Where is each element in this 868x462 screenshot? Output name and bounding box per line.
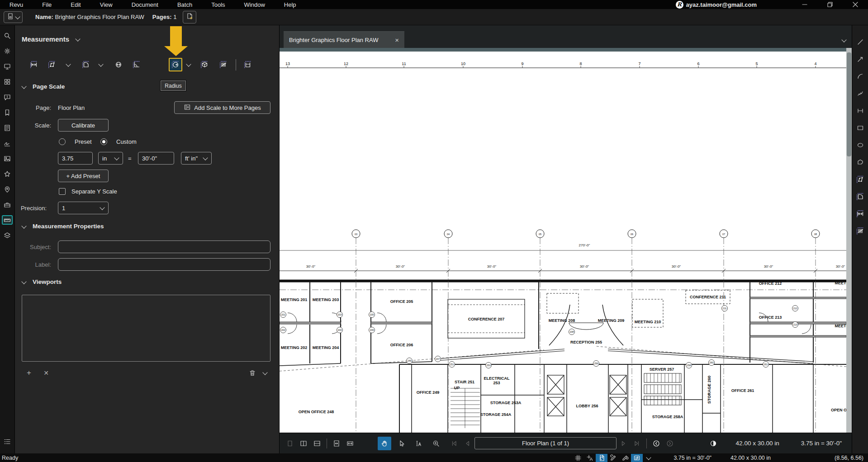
label-input[interactable] [58,258,270,271]
places-panel-icon[interactable] [2,184,13,194]
previous-view-icon[interactable] [650,437,663,450]
perimeter-measure-icon[interactable] [855,174,866,184]
custom-radio-label[interactable]: Custom [116,138,137,145]
forms-panel-icon[interactable] [2,123,13,132]
panel-title-chevron-icon[interactable] [76,37,80,42]
menu-revu[interactable]: Revu [0,0,33,9]
arrow-tool-icon[interactable] [855,54,866,64]
viewports-list[interactable] [22,295,270,362]
next-view-icon[interactable] [663,437,677,450]
next-page-icon[interactable] [617,437,630,450]
tab-close-icon[interactable]: × [395,36,399,44]
snap-to-markup-icon[interactable] [607,454,619,462]
minimize-button[interactable] [792,0,817,9]
floor-plan-canvas[interactable]: 13121110987654270'-0"03040506070830'-0"3… [280,48,852,433]
polylength-tool[interactable] [45,58,59,71]
subject-input[interactable] [58,240,270,253]
unit-x-select[interactable]: in [98,152,123,165]
cutout-tool[interactable] [241,58,255,71]
add-scale-to-more-pages-button[interactable]: Add Scale to More Pages [174,101,270,114]
separate-y-scale-label[interactable]: Separate Y Scale [71,188,117,195]
length-measure-icon[interactable] [855,209,866,218]
calibrate-button[interactable]: Calibrate [58,119,109,132]
restore-button[interactable] [817,0,843,9]
menu-document[interactable]: Document [122,0,168,9]
area-measure-icon[interactable] [855,192,866,201]
menu-tools[interactable]: Tools [202,0,234,9]
add-viewport-button[interactable]: + [24,368,34,378]
spaces-panel-icon[interactable] [2,169,13,179]
polyline-tool-icon[interactable] [855,89,866,98]
volume-tool[interactable] [198,58,211,71]
contrast-icon[interactable] [707,437,720,450]
split-vertical-icon[interactable] [297,437,310,450]
menu-edit[interactable]: Edit [61,0,90,9]
menu-view[interactable]: View [90,0,122,9]
split-horizontal-icon[interactable] [310,437,324,450]
menu-file[interactable]: File [33,0,61,9]
pan-tool-icon[interactable] [378,437,391,450]
menu-window[interactable]: Window [235,0,275,9]
studio-panel-icon[interactable] [2,61,13,71]
scrollbar-thumb[interactable] [847,52,851,156]
account-button[interactable]: R ayaz.taimoor@gmail.com [676,1,757,9]
arc-tool-icon[interactable] [855,71,866,81]
fit-page-icon[interactable] [330,437,343,450]
rectangle-tool-icon[interactable] [855,123,866,132]
single-page-view-icon[interactable] [283,437,297,450]
footer-chevron-icon[interactable] [260,368,270,378]
page-navigation-box[interactable]: Floor Plan (1 of 1) [474,437,617,449]
count-tool[interactable] [217,58,230,71]
layers-panel-icon[interactable] [2,231,13,240]
zoom-tool-icon[interactable] [429,437,443,450]
measurement-properties-section-header[interactable]: Measurement Properties [22,223,104,230]
dimension-tool-icon[interactable] [855,106,866,115]
document-type-dropdown[interactable] [4,11,23,23]
diameter-tool[interactable] [112,58,125,71]
separate-y-scale-checkbox[interactable] [59,188,66,195]
signatures-panel-icon[interactable] [2,138,13,148]
markup-chat-panel-icon[interactable] [2,92,13,102]
search-panel-icon[interactable] [2,31,13,40]
ellipse-tool-icon[interactable] [855,140,866,150]
radius-chevron-icon[interactable] [186,62,191,68]
thumbnails-panel-icon[interactable] [2,77,13,86]
area-chevron-icon[interactable] [98,62,104,68]
settings-panel-icon[interactable] [2,46,13,56]
first-page-icon[interactable] [447,437,461,450]
polylength-chevron-icon[interactable] [66,62,71,68]
scale-y-input[interactable]: 30'-0" [138,152,174,165]
fit-width-icon[interactable] [343,437,357,450]
vertical-scrollbar[interactable] [846,48,852,433]
snap-to-hatch-icon[interactable] [619,454,631,462]
measurements-panel-icon[interactable] [2,215,13,225]
precision-select[interactable]: 1 [58,202,109,214]
reuse-markup-icon[interactable] [631,454,643,462]
bookmarks-panel-icon[interactable] [2,108,13,117]
preset-radio[interactable] [59,138,66,145]
page-scale-section-header[interactable]: Page Scale [22,83,65,90]
menu-help[interactable]: Help [275,0,306,9]
viewports-section-header[interactable]: Viewports [22,278,62,285]
status-chevron-icon[interactable] [643,454,655,462]
media-panel-icon[interactable] [2,154,13,163]
area-tool[interactable] [79,58,93,71]
delete-icon[interactable] [247,368,257,378]
unit-y-select[interactable]: ft' in" [181,152,212,165]
previous-page-icon[interactable] [461,437,474,450]
preset-radio-label[interactable]: Preset [75,138,92,145]
angle-tool[interactable] [130,58,143,71]
close-button[interactable] [843,0,868,9]
custom-radio[interactable] [100,138,107,145]
tab-list-chevron-icon[interactable] [842,38,846,42]
insert-pages-button[interactable] [183,11,196,24]
grid-toggle-icon[interactable] [572,454,584,462]
last-page-icon[interactable] [630,437,644,450]
radius-tool[interactable] [169,58,182,71]
document-tab[interactable]: Brighter Graphics Floor Plan RAW × [284,31,404,48]
snap-to-content-icon[interactable] [596,454,607,462]
count-measure-icon[interactable] [855,226,866,236]
length-tool[interactable] [27,58,41,71]
remove-viewport-button[interactable]: ✕ [41,368,51,378]
select-text-tool-icon[interactable] [412,437,426,450]
